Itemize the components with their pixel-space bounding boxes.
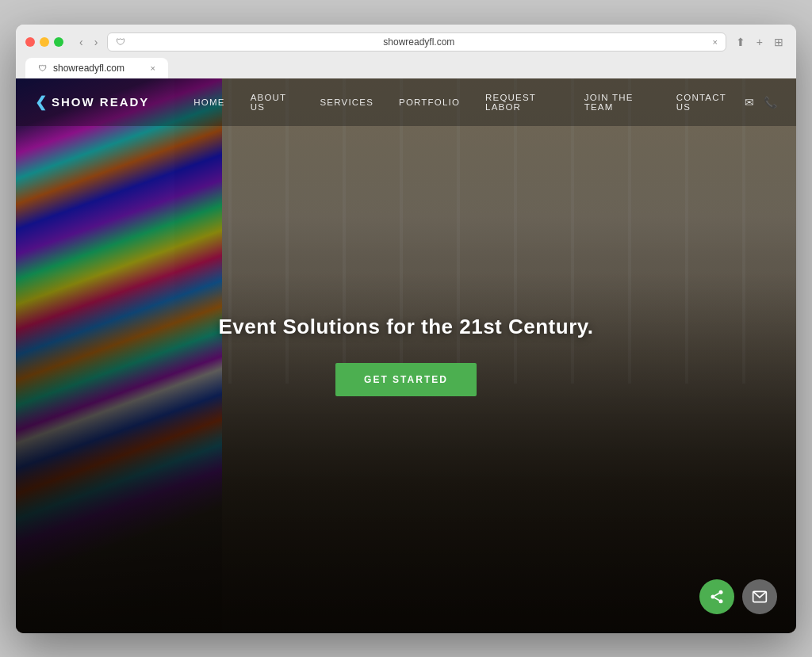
svg-point-0 <box>719 590 723 594</box>
browser-titlebar: ‹ › 🛡 showreadyfl.com × ⬆ + ⊞ <box>25 32 787 52</box>
browser-right-controls: ⬆ + ⊞ <box>733 34 787 50</box>
browser-tab-active[interactable]: 🛡 showreadyfl.com × <box>25 58 168 78</box>
tab-close-button[interactable]: × <box>151 63 155 73</box>
navbar: ❮ SHOW READY HOME ABOUT US SERVICES PORT… <box>16 78 796 126</box>
nav-services[interactable]: SERVICES <box>307 82 386 123</box>
email-fab-button[interactable] <box>742 579 777 614</box>
tab-close-icon[interactable]: × <box>712 37 717 47</box>
browser-tab-bar: 🛡 showreadyfl.com × <box>25 58 787 78</box>
fab-container <box>699 579 777 614</box>
nav-request-labor[interactable]: REQUEST LABOR <box>473 78 572 128</box>
get-started-button[interactable]: GET STARTED <box>335 363 477 396</box>
grid-button[interactable]: ⊞ <box>771 34 787 50</box>
share-button[interactable]: ⬆ <box>733 34 749 50</box>
website-content: ❮ SHOW READY HOME ABOUT US SERVICES PORT… <box>16 78 796 633</box>
share-icon <box>709 589 725 605</box>
logo-text: SHOW READY <box>52 95 149 109</box>
share-fab-button[interactable] <box>699 579 734 614</box>
back-button[interactable]: ‹ <box>76 34 86 50</box>
tab-title: showreadyfl.com <box>53 63 144 74</box>
browser-window: ‹ › 🛡 showreadyfl.com × ⬆ + ⊞ 🛡 showread… <box>16 25 796 633</box>
browser-controls: ‹ › <box>76 34 101 50</box>
email-nav-icon[interactable]: ✉ <box>745 96 754 109</box>
logo-icon: ❮ <box>35 94 47 111</box>
new-tab-button[interactable]: + <box>753 34 766 50</box>
browser-chrome: ‹ › 🛡 showreadyfl.com × ⬆ + ⊞ 🛡 showread… <box>16 25 796 78</box>
shield-icon: 🛡 <box>116 36 125 48</box>
traffic-light-minimize[interactable] <box>40 37 49 47</box>
email-icon <box>752 589 768 605</box>
hero-content: Event Solutions for the 21st Century. GE… <box>16 78 796 633</box>
nav-about[interactable]: ABOUT US <box>238 78 308 128</box>
svg-line-4 <box>714 593 719 595</box>
traffic-lights <box>25 37 63 47</box>
svg-point-2 <box>719 599 723 603</box>
forward-button[interactable]: › <box>91 34 102 50</box>
logo[interactable]: ❮ SHOW READY <box>35 94 149 111</box>
tab-favicon: 🛡 <box>38 63 47 73</box>
nav-portfolio[interactable]: PORTFOLIO <box>386 82 473 123</box>
svg-line-3 <box>714 598 719 600</box>
phone-nav-icon[interactable]: 📞 <box>764 96 777 109</box>
browser-url: showreadyfl.com <box>130 36 707 48</box>
svg-point-1 <box>711 594 715 598</box>
hero-tagline: Event Solutions for the 21st Century. <box>218 315 593 339</box>
nav-links: HOME ABOUT US SERVICES PORTFOLIO REQUEST… <box>181 78 745 128</box>
nav-join-team[interactable]: JOIN THE TEAM <box>572 78 664 128</box>
browser-addressbar[interactable]: 🛡 showreadyfl.com × <box>107 32 726 52</box>
nav-home[interactable]: HOME <box>181 82 237 123</box>
traffic-light-maximize[interactable] <box>54 37 63 47</box>
nav-icons: ✉ 📞 <box>745 96 777 109</box>
traffic-light-close[interactable] <box>25 37 35 47</box>
nav-contact[interactable]: CONTACT US <box>664 78 745 128</box>
